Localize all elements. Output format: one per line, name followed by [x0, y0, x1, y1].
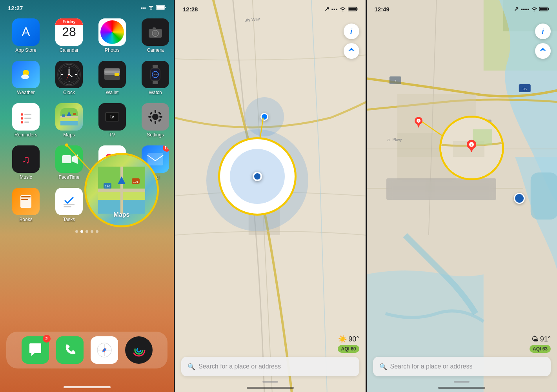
- map2-aqi-badge: AQI 63: [530, 345, 551, 353]
- appstore-label: App Store: [15, 47, 36, 53]
- app-icon-calendar[interactable]: Friday 28 Calendar: [52, 18, 86, 53]
- wallet-label: Wallet: [106, 90, 119, 95]
- svg-rect-23: [115, 73, 119, 76]
- app-icon-appstore[interactable]: A App Store: [9, 18, 43, 53]
- map1-location-button[interactable]: [344, 43, 359, 59]
- svg-text:all Pkwy: all Pkwy: [387, 138, 402, 142]
- app-icon-tasks[interactable]: Tasks: [52, 188, 86, 222]
- settings-label: Settings: [147, 132, 164, 138]
- messages-badge: 2: [43, 335, 51, 343]
- svg-text:12:27: 12:27: [152, 73, 158, 76]
- music-icon: ♫: [12, 145, 40, 173]
- app-icon-maps[interactable]: Maps: [52, 103, 86, 138]
- map2-status-icons: ↗ ▪▪▪▪: [514, 5, 549, 13]
- map2-location-button[interactable]: [535, 43, 551, 59]
- home-indicator: [64, 386, 111, 388]
- map1-search-bar[interactable]: 🔍 Search for a place or address: [181, 357, 359, 376]
- dock-phone[interactable]: [56, 336, 84, 364]
- app-icon-weather[interactable]: Weather: [9, 61, 43, 95]
- wifi-icon: [148, 5, 154, 11]
- map1-time: 12:28: [183, 6, 198, 13]
- map1-wifi-icon: [340, 6, 346, 13]
- app-icon-settings[interactable]: Settings: [138, 103, 173, 138]
- svg-marker-57: [72, 154, 78, 164]
- app-icon-books[interactable]: Books: [9, 188, 43, 222]
- svg-rect-2: [157, 6, 164, 9]
- svg-point-9: [21, 74, 29, 79]
- svg-rect-24: [153, 65, 158, 68]
- map1-weather-widget: ☀️ 90° AQI 60: [338, 335, 359, 353]
- svg-text:95: 95: [522, 87, 526, 91]
- svg-rect-112: [548, 8, 549, 10]
- svg-rect-25: [153, 81, 158, 84]
- map2-weather-widget: 🌤 91° AQI 63: [530, 335, 551, 353]
- map2-zoom-pin: !: [466, 140, 477, 154]
- map1-drag-handle[interactable]: [262, 381, 278, 383]
- maps-screen-1-panel: uty Way 12:28 ↗ ▪▪▪ i: [175, 0, 366, 392]
- page-dots: [0, 230, 174, 233]
- map1-weather-icon: ☀️: [338, 335, 347, 343]
- camera-label: Camera: [147, 47, 164, 53]
- svg-rect-33: [24, 118, 31, 119]
- signal-icon: ▪▪▪: [140, 5, 146, 11]
- map1-info-button[interactable]: i: [344, 24, 359, 39]
- camera-icon: [142, 18, 169, 46]
- tasks-label: Tasks: [63, 217, 75, 222]
- svg-rect-59: [20, 195, 31, 208]
- map2-weather-icon: 🌤: [532, 335, 539, 343]
- svg-text:101: 101: [133, 180, 138, 183]
- map2-search-bar[interactable]: 🔍 Search for a place or address: [373, 357, 551, 376]
- map2-search-icon: 🔍: [379, 363, 387, 370]
- status-bar: 12:27 ▪▪▪: [0, 0, 174, 13]
- tasks-icon: [55, 188, 83, 215]
- map1-search-icon: 🔍: [187, 363, 195, 370]
- svg-rect-60: [21, 196, 31, 197]
- svg-text:280: 280: [105, 185, 110, 188]
- map2-info-button[interactable]: i: [535, 24, 551, 39]
- app-icon-facetime[interactable]: FaceTime: [52, 145, 86, 180]
- clock-label: Clock: [63, 90, 75, 95]
- map1-location-dot-small: [260, 113, 268, 121]
- battery-icon: [156, 5, 166, 11]
- svg-rect-51: [149, 112, 153, 115]
- svg-rect-48: [155, 121, 156, 124]
- dock-fitness[interactable]: [125, 336, 153, 364]
- dock-messages[interactable]: 2: [22, 336, 49, 364]
- app-icon-photos[interactable]: Photos: [95, 18, 129, 53]
- app-icon-camera[interactable]: Camera: [138, 18, 173, 53]
- svg-rect-63: [64, 204, 75, 205]
- map2-location-arrow: ↗: [514, 5, 519, 13]
- svg-rect-93: [348, 7, 356, 10]
- map2-time: 12:49: [375, 6, 390, 13]
- settings-icon: [142, 103, 169, 131]
- svg-rect-98: [530, 172, 557, 220]
- map1-status-bar: 12:28 ↗ ▪▪▪: [175, 0, 366, 14]
- dot-1: [75, 230, 78, 233]
- panel-separator-1: [174, 0, 175, 392]
- app-icon-reminders[interactable]: Reminders: [9, 103, 43, 138]
- reminders-icon: [12, 103, 40, 131]
- svg-rect-49: [148, 116, 151, 118]
- app-icon-tv[interactable]: tv TV: [95, 103, 129, 138]
- map2-drag-handle[interactable]: [454, 381, 470, 383]
- location-arrow-icon: ↗: [324, 5, 329, 13]
- facetime-icon: [55, 145, 83, 173]
- maps-label: Maps: [63, 132, 75, 138]
- svg-point-83: [132, 343, 146, 357]
- calendar-label: Calendar: [60, 47, 79, 53]
- reminders-label: Reminders: [15, 132, 37, 138]
- svg-rect-42: [73, 113, 76, 115]
- app-icon-music[interactable]: ♫ Music: [9, 145, 43, 180]
- map2-battery-icon: [539, 6, 549, 13]
- svg-rect-7: [153, 27, 156, 29]
- map1-search-placeholder: Search for a place or address: [198, 363, 281, 370]
- books-icon: [12, 188, 40, 215]
- app-icon-clock[interactable]: Clock: [52, 61, 86, 95]
- tv-label: TV: [109, 132, 115, 138]
- maps-screen-2-panel: 7 95 all Pkwy ◎ 12:49 ↗ ▪▪▪▪: [367, 0, 557, 392]
- app-icon-wallet[interactable]: Wallet: [95, 61, 129, 95]
- app-icon-watch[interactable]: 12:27 Watch: [138, 61, 173, 95]
- dock-safari[interactable]: [91, 336, 118, 364]
- dot-4: [91, 230, 93, 233]
- map1-status-icons: ↗ ▪▪▪: [324, 5, 358, 13]
